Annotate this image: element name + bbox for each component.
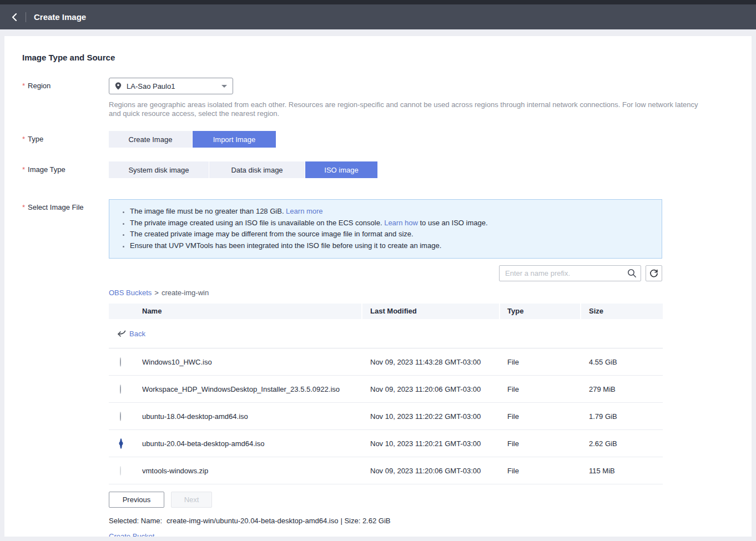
file-size: 1.79 GiB <box>581 412 663 421</box>
file-size: 2.62 GiB <box>581 439 663 448</box>
table-row: Windows10_HWC.iso Nov 09, 2023 11:43:28 … <box>109 348 663 376</box>
search-button[interactable] <box>623 266 641 281</box>
type-option-create-image[interactable]: Create Image <box>109 131 192 148</box>
file-type: File <box>500 467 581 475</box>
file-type: File <box>500 412 581 421</box>
selected-summary: Selected: Name:create-img-win/ubuntu-20.… <box>109 517 663 525</box>
file-name: Windows10_HWC.iso <box>142 358 362 366</box>
breadcrumb-separator: > <box>154 289 159 297</box>
notice-box: The image file must be no greater than 1… <box>109 199 662 259</box>
file-last-modified: Nov 10, 2023 11:20:21 GMT-03:00 <box>362 439 500 448</box>
header-divider <box>26 12 26 22</box>
search-input[interactable] <box>500 269 623 277</box>
previous-button[interactable]: Previous <box>109 492 164 508</box>
type-toggle-group: Create Image Import Image <box>109 131 276 148</box>
selected-summary-value: create-img-win/ubuntu-20.04-beta-desktop… <box>167 517 338 525</box>
breadcrumb: OBS Buckets>create-img-win <box>109 289 663 297</box>
notice-item: Ensure that UVP VMTools has been integra… <box>130 240 653 252</box>
pagination: Previous Next <box>109 492 663 508</box>
file-name: vmtools-windows.zip <box>142 467 362 475</box>
folder-back-row: Back <box>109 319 663 348</box>
file-last-modified: Nov 09, 2023 11:43:28 GMT-03:00 <box>362 358 500 366</box>
file-radio[interactable] <box>120 357 121 367</box>
column-header-last-modified: Last Modified <box>362 304 500 319</box>
table-row: Workspace_HDP_WindowsDesktop_Installer_2… <box>109 376 663 403</box>
breadcrumb-current: create-img-win <box>162 289 209 297</box>
file-table: Name Last Modified Type Size Back Window… <box>109 304 663 484</box>
type-row: *Type Create Image Import Image <box>22 131 734 148</box>
browser-chrome-strip <box>0 0 756 4</box>
breadcrumb-obs-buckets[interactable]: OBS Buckets <box>109 289 152 297</box>
create-bucket-link[interactable]: Create Bucket <box>109 532 154 537</box>
file-name: ubuntu-18.04-desktop-amd64.iso <box>142 412 362 421</box>
image-type-option-system-disk[interactable]: System disk image <box>109 161 209 178</box>
image-type-label: *Image Type <box>22 161 109 178</box>
image-type-option-iso[interactable]: ISO image <box>305 161 377 178</box>
region-content: LA-Sao Paulo1 Regions are geographic are… <box>109 78 707 118</box>
select-image-file-label: *Select Image File <box>22 199 109 537</box>
region-row: *Region LA-Sao Paulo1 Regions are geogra… <box>22 78 734 118</box>
page-header: Create Image <box>0 4 756 29</box>
file-type: File <box>500 358 581 366</box>
refresh-button[interactable] <box>646 265 662 281</box>
file-name: ubuntu-20.04-beta-desktop-amd64.iso <box>142 439 362 448</box>
file-radio[interactable] <box>120 385 121 394</box>
file-size: 115 MiB <box>581 467 663 475</box>
required-marker: * <box>22 203 25 211</box>
next-button[interactable]: Next <box>171 492 212 508</box>
image-type-toggle-group: System disk image Data disk image ISO im… <box>109 161 377 178</box>
region-label: *Region <box>22 78 109 118</box>
column-header-name: Name <box>109 304 362 319</box>
table-row-selected: ubuntu-20.04-beta-desktop-amd64.iso Nov … <box>109 430 663 457</box>
region-help-text: Regions are geographic areas isolated fr… <box>109 100 707 118</box>
search-field <box>499 265 641 281</box>
required-marker: * <box>22 82 25 90</box>
table-row: ubuntu-18.04-desktop-amd64.iso Nov 10, 2… <box>109 403 663 430</box>
file-last-modified: Nov 09, 2023 11:20:06 GMT-03:00 <box>362 385 500 393</box>
required-marker: * <box>22 165 25 174</box>
select-image-file-content: The image file must be no greater than 1… <box>109 199 663 537</box>
selected-summary-size: | Size: 2.62 GiB <box>340 517 390 525</box>
image-type-option-data-disk[interactable]: Data disk image <box>209 161 305 178</box>
notice-item: The private image created using an ISO f… <box>130 218 653 229</box>
learn-how-link[interactable]: Learn how <box>384 219 418 227</box>
curved-left-arrow-icon <box>117 330 126 337</box>
region-value: LA-Sao Paulo1 <box>127 82 221 90</box>
notice-item: The image file must be no greater than 1… <box>130 206 653 218</box>
file-size: 4.55 GiB <box>581 358 663 366</box>
column-header-type: Type <box>500 304 581 319</box>
notice-item: The created private image may be differe… <box>130 229 653 240</box>
file-name: Workspace_HDP_WindowsDesktop_Installer_2… <box>142 385 362 393</box>
file-type: File <box>500 439 581 448</box>
file-last-modified: Nov 10, 2023 11:20:22 GMT-03:00 <box>362 412 500 421</box>
required-marker: * <box>22 135 25 143</box>
table-header: Name Last Modified Type Size <box>109 304 663 319</box>
selected-summary-prefix: Selected: Name: <box>109 517 162 525</box>
location-pin-icon <box>115 82 122 90</box>
file-radio-disabled[interactable] <box>120 466 121 476</box>
section-title: Image Type and Source <box>22 36 734 62</box>
file-radio[interactable] <box>120 412 121 421</box>
select-image-file-row: *Select Image File The image file must b… <box>22 199 734 537</box>
image-type-row: *Image Type System disk image Data disk … <box>22 161 734 178</box>
type-label: *Type <box>22 131 109 148</box>
column-header-size: Size <box>581 304 663 319</box>
file-last-modified: Nov 09, 2023 11:20:06 GMT-03:00 <box>362 467 500 475</box>
learn-more-link[interactable]: Learn more <box>286 207 322 215</box>
table-row: vmtools-windows.zip Nov 09, 2023 11:20:0… <box>109 457 663 484</box>
file-type: File <box>500 385 581 393</box>
folder-back-link[interactable]: Back <box>129 330 145 338</box>
content-card: Image Type and Source *Region LA-Sao Pau… <box>4 36 752 537</box>
file-size: 279 MiB <box>581 385 663 393</box>
search-row <box>109 265 662 281</box>
back-icon[interactable] <box>9 12 20 23</box>
type-option-import-image[interactable]: Import Image <box>193 131 276 148</box>
page-title: Create Image <box>34 12 86 22</box>
region-select[interactable]: LA-Sao Paulo1 <box>109 78 233 94</box>
file-radio-selected[interactable] <box>120 438 122 449</box>
caret-down-icon <box>221 85 227 88</box>
